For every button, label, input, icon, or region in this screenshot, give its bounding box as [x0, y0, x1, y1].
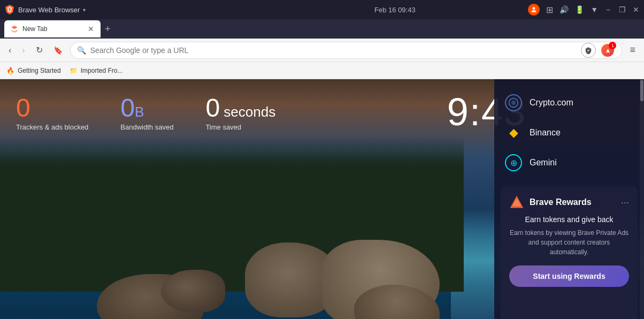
- title-dropdown-icon[interactable]: ▾: [83, 7, 86, 13]
- brave-logo-icon: [4, 4, 15, 15]
- svg-point-0: [533, 7, 535, 10]
- tab-close-button[interactable]: ✕: [88, 25, 94, 33]
- app-title: Brave Web Browser: [18, 6, 80, 14]
- minimize-button[interactable]: −: [604, 6, 612, 13]
- bookmark-favicon-icon: 🔥: [6, 67, 14, 74]
- stat-bandwidth-label: Bandwidth saved: [120, 123, 173, 131]
- bookmark-button[interactable]: 🔖: [50, 44, 66, 57]
- crypto-icon: [505, 94, 522, 111]
- rewards-description: Earn tokens by viewing Brave Private Ads…: [509, 228, 629, 257]
- bookmark-getting-started[interactable]: 🔥 Getting Started: [6, 67, 61, 74]
- title-bar: Brave Web Browser ▾ Feb 16 09:43 ⊞ 🔊 🔋 ▼…: [0, 0, 644, 19]
- main-content: 0 Trackers & ads blocked 0B Bandwidth sa…: [0, 79, 644, 319]
- refresh-button[interactable]: ↻: [33, 43, 46, 57]
- address-bar[interactable]: 🔍 ▲ 1: [70, 42, 623, 59]
- exchange-item-gemini[interactable]: ⊕ Gemini: [494, 148, 644, 178]
- tab-bar: New Tab ✕ +: [0, 19, 644, 39]
- exchange-name: Gemini: [530, 158, 557, 168]
- tab-favicon-icon: [11, 25, 18, 33]
- exchange-name: Binance: [530, 128, 561, 138]
- rewards-badge: 1: [609, 42, 616, 49]
- title-bar-datetime: Feb 16 09:43: [266, 6, 524, 14]
- right-panel: Crypto.com ◆ Binance ⊕ Gemini: [494, 79, 644, 319]
- stats-overlay: 0 Trackers & ads blocked 0B Bandwidth sa…: [16, 95, 275, 131]
- rewards-card-header: Brave Rewards ···: [509, 195, 629, 210]
- foreground-rock-2: [161, 270, 225, 313]
- maximize-button[interactable]: ❐: [618, 6, 626, 13]
- brave-shield-icon[interactable]: [581, 43, 596, 58]
- gemini-icon: ⊕: [505, 154, 522, 171]
- stat-trackers: 0 Trackers & ads blocked: [16, 95, 88, 131]
- new-tab-button[interactable]: +: [103, 21, 113, 37]
- rewards-logo-icon: [509, 195, 524, 210]
- close-button[interactable]: ✕: [632, 6, 640, 13]
- rewards-notification-button[interactable]: ▲ 1: [600, 43, 615, 58]
- bookmarks-bar: 🔥 Getting Started 📁 Imported Fro...: [0, 62, 644, 79]
- bookmark-folder-icon: 📁: [70, 67, 78, 74]
- rewards-card: Brave Rewards ··· Earn tokens and give b…: [501, 186, 638, 319]
- stat-bandwidth: 0B Bandwidth saved: [120, 95, 173, 131]
- scrollbar-thumb[interactable]: [640, 80, 643, 101]
- forward-button[interactable]: ›: [19, 43, 28, 57]
- bookmark-imported[interactable]: 📁 Imported Fro...: [70, 67, 123, 74]
- start-rewards-button[interactable]: Start using Rewards: [509, 265, 629, 287]
- scrollbar[interactable]: [640, 79, 644, 319]
- svg-point-2: [511, 101, 516, 105]
- bookmark-label: Getting Started: [18, 67, 61, 74]
- rewards-subtitle: Earn tokens and give back: [509, 215, 629, 224]
- stat-trackers-label: Trackers & ads blocked: [16, 123, 88, 131]
- stat-time: 0 seconds Time saved: [205, 95, 275, 131]
- menu-button[interactable]: ≡: [626, 42, 639, 58]
- back-button[interactable]: ‹: [5, 43, 14, 57]
- title-bar-right: ⊞ 🔊 🔋 ▼ − ❐ ✕: [528, 4, 640, 16]
- exchange-item-binance[interactable]: ◆ Binance: [494, 118, 644, 148]
- stat-bandwidth-number: 0B: [120, 95, 173, 121]
- nav-bar: ‹ › ↻ 🔖 🔍 ▲ 1 ≡: [0, 39, 644, 62]
- active-tab[interactable]: New Tab ✕: [4, 20, 101, 37]
- system-tray-icon[interactable]: ▼: [591, 5, 598, 14]
- extensions-icon[interactable]: ⊞: [546, 5, 553, 15]
- rewards-more-button[interactable]: ···: [621, 197, 629, 208]
- rewards-card-title: Brave Rewards: [530, 198, 616, 207]
- audio-icon[interactable]: 🔊: [559, 5, 569, 14]
- stat-trackers-number: 0: [16, 95, 88, 121]
- title-bar-left: Brave Web Browser ▾: [4, 4, 262, 15]
- address-input[interactable]: [90, 46, 577, 55]
- stat-time-label: Time saved: [205, 123, 275, 131]
- binance-icon: ◆: [505, 124, 522, 141]
- bookmark-label: Imported Fro...: [81, 67, 123, 74]
- exchange-item-crypto[interactable]: Crypto.com: [494, 88, 644, 118]
- profile-icon[interactable]: [528, 4, 540, 16]
- battery-icon[interactable]: 🔋: [575, 5, 584, 14]
- exchange-list: Crypto.com ◆ Binance ⊕ Gemini: [494, 79, 644, 182]
- exchange-name: Crypto.com: [530, 98, 573, 108]
- search-icon: 🔍: [77, 46, 86, 55]
- tab-title: New Tab: [22, 25, 83, 33]
- stat-time-number: 0 seconds: [205, 95, 275, 121]
